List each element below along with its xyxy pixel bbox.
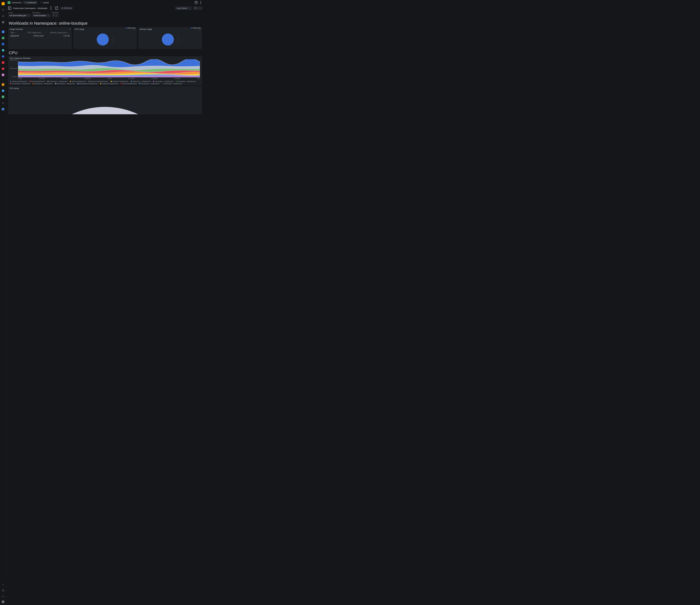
panel-cpu-quota: CPU Quota Name⇅ ⌄Type⇅ ⌄CPU Usage⇅ ⌄CPU … — [8, 86, 202, 114]
legend-item[interactable]: productcata…e•deployment — [176, 80, 196, 82]
help-icon[interactable] — [194, 1, 198, 4]
topbar: Dashboards Dashboard Upload — [6, 0, 204, 5]
col-cpu-sum[interactable]: CPU Usage (sum)↓ ⌄ — [22, 31, 45, 34]
var-cluster-select[interactable]: full-observability-gke — [8, 14, 31, 17]
upload-button[interactable]: Upload — [39, 1, 50, 4]
subbar: Kubernetes Namespace - Workloads Read on… — [6, 5, 204, 11]
svg-point-20 — [62, 8, 62, 8]
time-picker[interactable]: Last 2 hours — [175, 6, 192, 10]
var-namespace-select[interactable]: online-boutique — [32, 14, 51, 17]
bookmark-icon[interactable] — [1, 14, 5, 18]
variable-row: Cluster full-observability-gke Namespace… — [6, 11, 204, 18]
var-namespace: Namespace online-boutique — [32, 12, 51, 17]
legend-item[interactable]: currencyser…e•deployment — [47, 80, 67, 82]
readonly-badge: Read only — [60, 6, 73, 10]
var-workload-select[interactable]: * — [52, 14, 59, 17]
legend-item[interactable]: adservice•deployment — [70, 80, 86, 82]
var-workload: Workload * — [52, 12, 59, 17]
svg-rect-16 — [8, 7, 11, 9]
legend-item[interactable]: checkoutser…e•deployment — [153, 80, 173, 82]
nav-item-9[interactable] — [1, 82, 5, 87]
dashboard-button[interactable]: Dashboard — [23, 1, 38, 4]
legend-item[interactable]: emailservice•deployment — [100, 83, 118, 84]
nav-item-7[interactable] — [1, 67, 5, 71]
svg-rect-5 — [3, 22, 3, 23]
nav-item-6[interactable] — [1, 60, 5, 65]
logo-icon[interactable] — [1, 2, 5, 6]
search-icon[interactable] — [1, 8, 5, 12]
overview-table: Type⇅ ⌄ CPU Usage (sum)↓ ⌄ Memory Usage … — [9, 31, 70, 38]
pie-legend[interactable]: deployment — [126, 27, 135, 29]
table-row[interactable]: deployment 410.82 mcore 1.87 GB — [9, 34, 70, 38]
svg-point-13 — [200, 1, 201, 2]
legend-item[interactable]: checkoutser…2•deployment — [139, 83, 159, 84]
x-axis: 10 AM10:15 AM10:30 AM10:45 AM11 AM11:15 … — [18, 78, 200, 80]
legend-item[interactable]: shippingservice•deployment — [77, 83, 97, 84]
svg-rect-8 — [3, 23, 3, 23]
panel-cpu-per-workload: CPU Usage per Workload 400 mcore 200 mco… — [8, 56, 202, 85]
col-mem-sum[interactable]: Memory Usage (sum)⇅ ⌄ — [45, 31, 70, 34]
eye-icon — [61, 7, 63, 9]
left-sidebar: F — [0, 0, 6, 114]
dashboard-button-label: Dashboard — [27, 2, 36, 4]
svg-point-17 — [51, 7, 51, 7]
svg-rect-7 — [2, 23, 3, 23]
kebab-icon[interactable] — [199, 1, 202, 4]
var-cluster: Cluster full-observability-gke — [8, 12, 31, 17]
toggle-panel-icon[interactable] — [7, 6, 12, 10]
svg-point-18 — [51, 8, 51, 8]
legend-item[interactable]: paymentserv…•deployment — [55, 83, 75, 84]
svg-rect-6 — [3, 22, 4, 23]
nav-item-2[interactable] — [1, 36, 5, 40]
panel-cpu-usage: CPU Usage deployment — [73, 27, 137, 49]
sync-icon[interactable] — [54, 6, 59, 10]
pie-legend[interactable]: deployment — [191, 27, 200, 29]
section-cpu: CPU — [9, 50, 201, 55]
upload-button-label: Upload — [43, 2, 49, 4]
page-title[interactable]: Kubernetes Namespace - Workloads — [13, 7, 47, 9]
pie-chart — [162, 33, 174, 46]
clock-icon[interactable] — [9, 89, 200, 114]
svg-point-14 — [200, 2, 201, 3]
nav-item-12[interactable] — [1, 101, 5, 105]
plot — [18, 59, 200, 77]
pie-chart — [97, 33, 109, 46]
nav-item-1[interactable] — [1, 30, 5, 34]
nav-item-8[interactable] — [1, 73, 5, 77]
nav-item-11[interactable] — [1, 95, 5, 99]
nav-item-5[interactable] — [1, 54, 5, 58]
nav-item-10[interactable] — [1, 89, 5, 93]
main-heading: Workloads in Namespace: online-boutique — [9, 21, 201, 26]
legend-item[interactable]: adservice-2•deployment — [111, 80, 128, 82]
svg-rect-9 — [3, 23, 4, 23]
nav-item-3[interactable] — [1, 42, 5, 46]
legend-item[interactable]: frontend•deployment — [30, 80, 45, 82]
col-type[interactable]: Type⇅ ⌄ — [9, 31, 22, 34]
panel-usage-overview: Usage Overview Type⇅ ⌄ CPU Usage (sum)↓ … — [8, 27, 72, 49]
svg-rect-4 — [2, 22, 3, 23]
svg-point-24 — [33, 113, 177, 115]
legend-item[interactable]: checkoutser…1•deployment — [162, 83, 182, 84]
content: Workloads in Namespace: online-boutique … — [6, 18, 204, 114]
chart-legend: cartservice•deploymentfrontend•deploymen… — [9, 80, 200, 85]
svg-point-19 — [51, 9, 51, 9]
legend-item[interactable]: adservice-g…n•deployment — [131, 80, 151, 82]
panel-memory-usage: Memory Usage deployment — [138, 27, 202, 49]
nav-item-13[interactable] — [1, 107, 5, 111]
refresh-group — [193, 6, 202, 10]
svg-rect-1 — [2, 21, 3, 22]
legend-item[interactable]: cartservice•deployment — [10, 80, 27, 82]
refresh-interval-button[interactable] — [198, 6, 202, 10]
clock-icon[interactable] — [69, 28, 71, 31]
breadcrumb[interactable]: Dashboards — [12, 2, 22, 4]
legend-item[interactable]: loadgenerat…o•deployment — [33, 83, 53, 84]
kebab-icon-2[interactable] — [49, 6, 53, 10]
legend-item[interactable]: recommenda…•deployment — [10, 83, 30, 84]
chart-area[interactable]: 400 mcore 200 mcore 0 mcore — [9, 59, 200, 80]
legend-item[interactable]: adservice-blue•deployment — [89, 80, 108, 82]
legend-item[interactable]: redis-cart•deployment — [121, 83, 137, 84]
refresh-button[interactable] — [193, 6, 198, 10]
apps-icon[interactable] — [1, 20, 5, 24]
svg-rect-3 — [3, 21, 4, 22]
nav-item-4[interactable] — [1, 48, 5, 52]
